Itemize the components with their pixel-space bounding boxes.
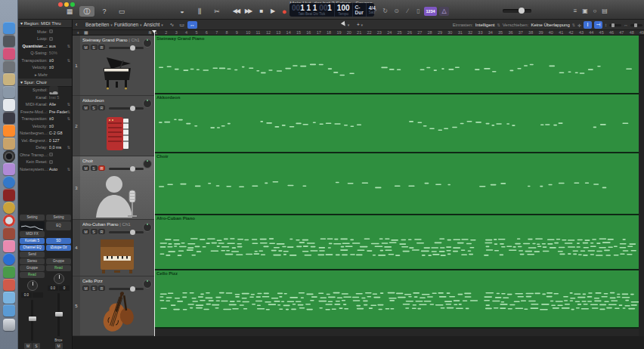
strip-slot-gruppe[interactable]: Gruppe	[20, 265, 45, 271]
menu-bearbeiten[interactable]: Bearbeiten ▾	[85, 20, 113, 30]
metronome-button[interactable]: △	[439, 7, 449, 16]
track-param-value[interactable]: 0 127	[49, 138, 70, 143]
midi-region-4[interactable]: Afro-Cuban Piano	[154, 215, 639, 270]
volume-readout[interactable]: 0.0	[48, 286, 58, 291]
track-pan-knob[interactable]	[143, 223, 152, 232]
forward-button[interactable]: ▶▶	[243, 6, 253, 17]
track-param-value[interactable]: Inst 5	[49, 95, 70, 100]
dock-icon-gold-badge[interactable]	[3, 202, 15, 214]
record-button[interactable]: ●	[279, 6, 289, 17]
solo-button[interactable]: S	[91, 165, 98, 171]
strip-slot-kontakt-5[interactable]: Kontakt 5	[20, 238, 45, 244]
region-param-value[interactable]: 50%	[49, 51, 70, 55]
record-enable-button[interactable]: R	[98, 105, 105, 110]
cycle-icon[interactable]: ↻	[380, 7, 390, 16]
back-icon[interactable]: ‹	[76, 20, 77, 30]
lcd-dropdown-icon[interactable]: ▾	[375, 8, 377, 12]
channel-fader[interactable]	[20, 298, 45, 342]
dock-icon-media-app[interactable]	[3, 48, 15, 60]
track-param-row-0[interactable]: Symbol:	[18, 87, 72, 94]
strip-slot-stereo[interactable]: Stereo	[20, 258, 45, 264]
verschieben-stepper-icon[interactable]: ⇅	[572, 23, 575, 27]
track-param-value[interactable]: C-2 G8	[49, 131, 70, 135]
eq-thumbnail[interactable]	[20, 221, 45, 230]
stop-button[interactable]: ■	[256, 6, 267, 17]
region-param-row-1[interactable]: Loop:	[18, 36, 72, 43]
track-volume-slider[interactable]	[109, 107, 144, 110]
solo-button[interactable]: S	[33, 343, 40, 349]
drag-mode-button[interactable]: ↔	[187, 21, 197, 29]
track-pan-knob[interactable]	[143, 280, 152, 289]
pan-knob[interactable]	[54, 273, 64, 284]
menu-funktionen[interactable]: Funktionen ▾	[114, 20, 142, 30]
region-param-checkbox[interactable]	[49, 37, 53, 41]
track-header-5[interactable]: 5Cello PizzMSR	[73, 276, 154, 336]
region-param-value[interactable]: ±0	[49, 58, 67, 63]
count-in-button[interactable]: 1234	[424, 7, 437, 16]
dock-icon-logic-speaker[interactable]	[3, 150, 15, 162]
mute-button[interactable]: M	[24, 343, 32, 349]
vertical-scrollbar[interactable]	[639, 36, 644, 336]
mute-button[interactable]: M	[82, 165, 89, 171]
track-param-checkbox[interactable]	[49, 160, 53, 164]
dock-icon-photos[interactable]	[3, 99, 15, 111]
track-param-stepper-icon[interactable]: ⇅	[67, 167, 70, 171]
region-param-checkbox[interactable]	[49, 29, 53, 33]
track-header-2[interactable]: 2AkkordeonMSR	[73, 96, 154, 156]
fader-cap[interactable]	[55, 312, 63, 317]
midi-region-2[interactable]: Akkordeon	[154, 94, 639, 153]
record-enable-button[interactable]: R	[98, 286, 105, 291]
dock-icon-petal-app[interactable]	[3, 240, 15, 252]
track-header-4[interactable]: 4Afro-Cuban Piano | Ch1MSR	[73, 220, 154, 276]
mute-button[interactable]: M	[55, 343, 63, 349]
track-pan-knob[interactable]	[143, 39, 152, 48]
strip-slot-setting[interactable]: Setting	[20, 215, 45, 221]
marquee-button[interactable]: I	[584, 21, 592, 29]
fader-cap[interactable]	[29, 317, 36, 321]
quick-help-icon[interactable]: ?	[97, 6, 112, 17]
volume-readout[interactable]: 0	[59, 286, 70, 291]
strip-slot-izotope-oz[interactable]: iZotope Oz	[46, 245, 71, 251]
dock-icon-finder[interactable]	[3, 22, 15, 34]
track-param-row-5[interactable]: Velocity:±0	[18, 122, 72, 130]
track-header-1[interactable]: 1Steinway Grand Piano | Ch1MSR	[73, 36, 154, 96]
track-volume-slider[interactable]	[109, 168, 144, 170]
dock-icon-blue-a[interactable]	[3, 176, 15, 188]
dock-icon-utility-app[interactable]	[3, 86, 15, 98]
solo-button[interactable]: S	[91, 286, 98, 291]
dock-icon-folder-light[interactable]	[3, 292, 15, 304]
dock-icon-trash[interactable]	[3, 319, 15, 331]
solo-button[interactable]: S	[91, 105, 98, 110]
dock-icon-final-cut[interactable]	[3, 163, 15, 175]
track-param-row-1[interactable]: Kanal:Inst 5	[18, 94, 72, 101]
region-param-stepper-icon[interactable]: ⇅	[67, 44, 70, 48]
track-param-row-8[interactable]: Delay:0,0 ms⇅	[18, 144, 72, 152]
library-icon[interactable]: ▦	[62, 6, 77, 17]
track-param-row-7[interactable]: Vel.-Begrenz.:0 127	[18, 137, 72, 144]
strip-slot-setting[interactable]: Setting	[46, 215, 71, 221]
track-param-row-9[interactable]: Ohne Transp...:	[18, 151, 72, 159]
dock-icon-midi-app[interactable]	[3, 189, 15, 201]
track-param-row-11[interactable]: Notensystem...:Auto⇅	[18, 165, 72, 173]
track-param-value[interactable]: Pre-Fader	[49, 110, 67, 114]
dock-icon-brick-app[interactable]	[3, 227, 15, 239]
midi-region-1[interactable]: Steinway Grand Piano	[154, 36, 639, 94]
region-param-row-5[interactable]: Velocity:±0	[18, 64, 72, 72]
align-icon[interactable]: ✛	[577, 23, 581, 28]
track-volume-slider[interactable]	[109, 231, 144, 233]
track-param-checkbox[interactable]	[49, 153, 53, 156]
track-stack-icon[interactable]: ▦	[84, 30, 88, 36]
dock-icon-folder-a[interactable]	[3, 304, 15, 317]
horizontal-zoom-slider[interactable]	[630, 24, 642, 26]
play-button[interactable]: ▶	[268, 6, 278, 17]
playhead-line[interactable]	[154, 30, 155, 336]
volume-readout[interactable]: 0.0	[21, 292, 32, 298]
master-volume-slider[interactable]	[503, 9, 531, 13]
add-track-button[interactable]: ＋	[76, 30, 80, 36]
region-param-row-0[interactable]: Mute:	[18, 28, 72, 36]
solo-button[interactable]: S	[91, 45, 98, 50]
note-pads-icon[interactable]: ▣	[581, 6, 590, 16]
track-pan-knob[interactable]	[143, 99, 152, 108]
track-param-row-2[interactable]: MIDI-Kanal:Alle⇅	[18, 101, 72, 109]
mute-button[interactable]: M	[82, 286, 89, 291]
